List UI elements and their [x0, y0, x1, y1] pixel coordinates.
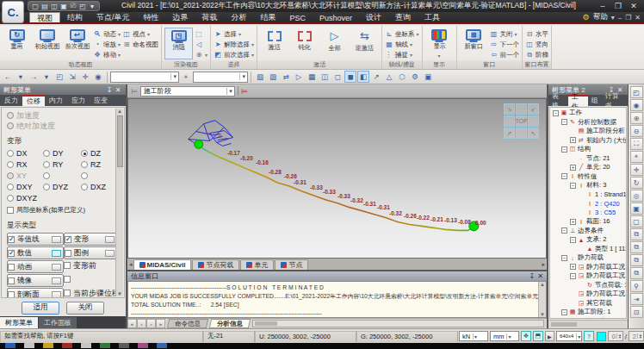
stage-total-spinner[interactable]: 2▲▼ [629, 331, 644, 341]
initial-force-icon[interactable]: + ⇄ 初始内力 (大位移) [550, 136, 626, 146]
expand-toggle[interactable]: − [570, 273, 576, 279]
deformation-component-radio[interactable]: DX [7, 148, 43, 159]
ribbon-tab[interactable]: 分析 [225, 12, 254, 22]
copy-view-1-icon[interactable]: ⧉ [630, 228, 643, 240]
expand-toggle[interactable]: − [561, 146, 567, 153]
ribbon-tab[interactable]: 设计 [359, 12, 388, 22]
view-direction-button[interactable] [528, 115, 539, 127]
expand-toggle[interactable] [579, 209, 585, 215]
material-item-icon[interactable]: I 2 : Q420 [550, 199, 626, 209]
result-tab[interactable]: 内力 [45, 95, 67, 106]
named-view-button[interactable]: ⊞命名视图 [122, 40, 158, 49]
initial-view-button[interactable]: ◌初始视图 [33, 28, 61, 59]
viewpoint-button[interactable]: ◫视点▾ [122, 29, 158, 39]
import-icon[interactable]: ◫ [50, 3, 59, 10]
crosshair-select-icon[interactable]: ✛ [79, 71, 91, 83]
result-tab[interactable]: 应力 [67, 95, 90, 106]
tile-vertical-button[interactable]: ◫竖向 [525, 40, 548, 49]
ribbon-tab[interactable]: 边界 [166, 12, 195, 22]
display-type-checkbox[interactable]: 数值 [7, 246, 64, 259]
render-option-icon[interactable]: ⬡ [396, 71, 408, 83]
message-tab[interactable]: 命令信息 [167, 319, 208, 328]
redo-icon[interactable]: → [28, 71, 40, 83]
static-load-icon[interactable]: − ↓ 静力荷载 [550, 253, 626, 263]
expand-toggle[interactable] [579, 282, 585, 288]
taskbar-icon[interactable] [5, 343, 15, 348]
expand-toggle[interactable]: − [561, 227, 567, 234]
sections-icon[interactable]: + I 截面: 16 [550, 217, 626, 227]
undo-icon[interactable]: ← [2, 71, 14, 83]
ribbon-tab[interactable]: 荷载 [195, 12, 225, 22]
stage-selector-combo[interactable]: 施工阶段 [140, 86, 235, 97]
load-case-icon[interactable]: ◲ 静力荷载工况 3 [初 [550, 290, 626, 299]
query-icon[interactable]: ⚲ [630, 280, 643, 292]
display-option-icon[interactable]: ⚙ [409, 71, 421, 83]
next-tab-icon[interactable]: › [146, 319, 156, 328]
view-direction-button[interactable]: ↖ [528, 128, 539, 139]
stage-analysis-icon[interactable]: ▤ 施工阶段分析 [ 阶段 [550, 127, 626, 136]
supports-icon[interactable]: − ▲ 支承: 2 [550, 235, 626, 245]
deformation-component-radio[interactable]: DXYZ [7, 193, 43, 203]
last-tab-icon[interactable]: » [156, 319, 165, 328]
activate-button[interactable]: 激活 [260, 28, 288, 59]
zoom-out-icon[interactable]: ⊖ [630, 125, 643, 137]
close-button[interactable]: 关闭 [66, 302, 104, 315]
select-button[interactable]: ➤选择▾ [214, 29, 254, 39]
display-type-checkbox[interactable]: 图例 [64, 246, 117, 259]
save-icon[interactable]: ▣ [59, 3, 68, 10]
view-point-icon[interactable]: ◎ [630, 190, 643, 202]
stages-icon[interactable]: − ▦ 施工阶段: 1 [550, 308, 626, 317]
message-scrollbar[interactable]: ▲▼ [538, 282, 546, 317]
deformation-component-radio[interactable]: DZ [81, 148, 117, 159]
select-identity-icon[interactable]: ⌖ [180, 71, 192, 83]
close-window-button[interactable]: ▥关闭▾ [490, 29, 520, 39]
display-type-checkbox[interactable] [64, 274, 117, 284]
display-type-checkbox[interactable]: 当前步骤位移 [64, 288, 117, 298]
left-bottom-tab[interactable]: 树形菜单 [0, 317, 38, 328]
deformation-component-radio[interactable]: DXZ [81, 182, 117, 192]
expand-toggle[interactable]: − [561, 309, 567, 315]
view-direction-button[interactable]: ↘ [504, 103, 515, 115]
new-file-icon[interactable]: ▢ [31, 3, 40, 10]
deformation-component-radio[interactable]: DYZ [43, 182, 81, 192]
render-opt3-button[interactable]: ⊕▾ [195, 50, 207, 59]
pan-icon[interactable]: ✛ [630, 164, 643, 176]
load-case-icon[interactable]: − ◲ 静力荷载工况 2 [二 [550, 271, 626, 281]
deformation-component-radio[interactable]: RX [7, 159, 43, 170]
taskbar-icon[interactable] [100, 343, 110, 348]
taskbar-icon[interactable] [62, 343, 72, 348]
record-play-button[interactable]: ▶ [545, 331, 554, 341]
windows-taskbar[interactable] [0, 343, 644, 349]
deformation-component-radio[interactable] [81, 171, 117, 181]
doc-minimize-button[interactable]: – [618, 14, 622, 22]
swap-icon[interactable]: ⇄ [280, 71, 292, 83]
deactivate-button[interactable]: 钝化 [290, 28, 319, 59]
ribbon-tab[interactable]: 节点/单元 [90, 12, 137, 22]
coordinate-toggle-button[interactable]: ⬒ [533, 331, 543, 341]
named-selection-combo[interactable] [193, 72, 248, 83]
expand-toggle[interactable] [570, 291, 576, 297]
support-type-icon[interactable]: ▲ 类型 1 [ 11111. [550, 245, 626, 254]
snap-button[interactable]: ⋮⋮捕捉▾ [385, 50, 419, 59]
materials-icon[interactable]: − I 材料: 3 [550, 181, 626, 190]
display-type-checkbox[interactable]: 等值线 [7, 233, 64, 246]
expand-toggle[interactable] [570, 128, 576, 134]
first-tab-icon[interactable]: « [127, 319, 137, 328]
node-table-icon[interactable]: ▨ [267, 71, 279, 83]
works-tab[interactable]: 工作 [568, 95, 588, 106]
tab-scroll-right-icon[interactable]: ▸ [542, 261, 545, 268]
zoom-dynamic-icon[interactable]: ◉ [630, 99, 643, 111]
rotate-icon[interactable]: ↻ [630, 177, 643, 189]
display-type-checkbox[interactable]: 变形 [64, 233, 117, 246]
zoom-fit-icon[interactable]: ⇲ [66, 71, 78, 83]
doc-restore-button[interactable]: ❐ [625, 14, 631, 22]
cascade-button[interactable]: ⧉阶梯 [525, 50, 548, 59]
zoom-window-icon[interactable]: ◰ [630, 86, 643, 98]
other-load-icon[interactable]: ◲ 其它荷载 [550, 299, 626, 308]
result-tab[interactable]: 反力 [0, 95, 22, 106]
analysis-control-icon[interactable]: − ✎ 分析控制数据 [550, 118, 626, 128]
previous-window-button[interactable]: ⇦前一个 [490, 50, 520, 59]
settings-gear-icon[interactable] [583, 13, 590, 22]
model-window-tab[interactable]: 节点荷载 [192, 259, 239, 270]
deformation-component-radio[interactable]: DXY [7, 182, 43, 192]
